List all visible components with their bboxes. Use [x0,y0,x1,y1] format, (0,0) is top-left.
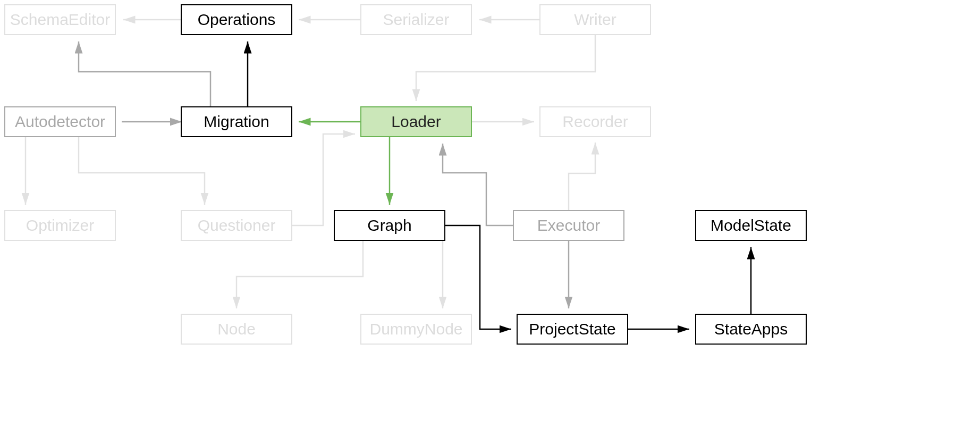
diagram-canvas: SchemaEditorOperationsSerializerWriterAu… [0,0,980,427]
node-operations: Operations [181,4,292,35]
edge-4 [416,35,595,101]
node-executor: Executor [513,210,624,241]
node-questioner: Questioner [181,210,292,241]
node-optimizer: Optimizer [4,210,116,241]
node-migration: Migration [181,106,292,137]
node-modelstate: ModelState [695,210,807,241]
edges-layer [0,0,980,427]
node-dummynode: DummyNode [360,314,472,345]
node-loader: Loader [360,106,472,137]
node-serializer: Serializer [360,4,472,35]
node-writer: Writer [539,4,651,35]
edge-10 [79,137,205,205]
node-node: Node [181,314,292,345]
node-recorder: Recorder [539,106,651,137]
node-schemaeditor: SchemaEditor [4,4,116,35]
edge-15 [236,241,363,308]
node-projectstate: ProjectState [517,314,628,345]
node-autodetector: Autodetector [4,106,116,137]
edge-14 [569,143,595,210]
node-stateapps: StateApps [695,314,807,345]
node-graph: Graph [334,210,445,241]
edge-13 [443,144,513,225]
edge-1 [79,41,210,106]
